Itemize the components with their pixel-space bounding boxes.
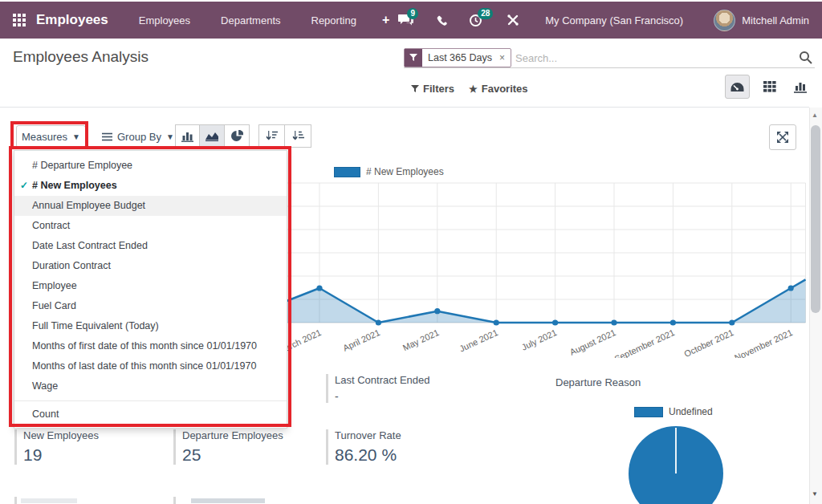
nav-menu-group: EmployeesDepartmentsReporting: [108, 14, 356, 26]
search-icon[interactable]: [799, 51, 812, 67]
apps-grid-icon[interactable]: [13, 14, 26, 27]
funnel-icon: [411, 85, 419, 93]
facet-value: Last 365 Days: [422, 49, 498, 67]
stat-departure-employees: Departure Employees 25: [173, 429, 283, 465]
page-title: Employees Analysis: [13, 48, 149, 66]
tools-icon[interactable]: [507, 14, 519, 26]
svg-text:October 2021: October 2021: [682, 327, 735, 358]
measures-dropdown-menu: # Departure Employee✓# New EmployeesAnnu…: [14, 150, 287, 429]
pie-chart-icon: [231, 130, 243, 142]
filter-facet-icon: [405, 49, 422, 67]
messages-badge: 9: [407, 8, 418, 19]
measures-menu-items: # Departure Employee✓# New EmployeesAnnu…: [14, 156, 287, 396]
app-name[interactable]: Employees: [36, 12, 108, 28]
sort-descending-button[interactable]: [258, 124, 285, 148]
menu-item[interactable]: ✓# New Employees: [14, 176, 287, 196]
view-switch-dashboard[interactable]: [725, 75, 750, 99]
menu-item[interactable]: Fuel Card: [14, 296, 287, 316]
svg-text:November 2021: November 2021: [733, 327, 794, 358]
company-switcher[interactable]: My Company (San Francisco): [545, 14, 683, 26]
clipped-stat-border: [173, 497, 176, 504]
stat-new-employees: New Employees 19: [14, 429, 99, 465]
menu-item[interactable]: # Departure Employee: [14, 156, 287, 176]
group-by-button[interactable]: Group By ▼: [97, 125, 179, 148]
nav-menu-departments[interactable]: Departments: [221, 14, 280, 26]
clipped-stat-border: [14, 497, 17, 504]
scroll-up-icon[interactable]: ▲: [812, 112, 818, 119]
view-switch-graph[interactable]: [787, 75, 812, 99]
gauge-icon: [730, 81, 744, 93]
activities-badge: 28: [478, 8, 493, 19]
search-facet: Last 365 Days ×: [404, 48, 511, 67]
area-chart-icon: [206, 131, 218, 141]
chart-type-pie-button[interactable]: [225, 124, 250, 148]
favorites-button[interactable]: ★ Favorites: [469, 83, 528, 95]
chart-type-group: [175, 124, 250, 148]
menu-item-count[interactable]: Count: [14, 404, 287, 425]
menu-item[interactable]: Employee: [14, 276, 287, 296]
sort-ascending-button[interactable]: [285, 124, 311, 148]
pie-slice-divider: [675, 428, 677, 474]
table-grid-icon: [763, 81, 776, 92]
chevron-down-icon: ▼: [166, 132, 174, 141]
stat-turnover-rate: Turnover Rate 86.20 %: [326, 429, 401, 465]
menu-item[interactable]: Months of first date of this month since…: [14, 336, 287, 356]
stat-last-contract-ended: Last Contract Ended -: [326, 374, 430, 403]
sort-desc-icon: [266, 131, 278, 141]
sort-asc-icon: [292, 131, 304, 141]
svg-text:April 2021: April 2021: [341, 327, 381, 353]
sort-group: [258, 124, 311, 148]
top-navbar: Employees EmployeesDepartmentsReporting …: [0, 2, 822, 39]
user-menu[interactable]: Mitchell Admin: [742, 14, 809, 26]
clipped-text: [191, 498, 265, 503]
chevron-down-icon: ▼: [72, 132, 80, 141]
menu-item[interactable]: Date Last Contract Ended: [14, 236, 287, 256]
menu-item[interactable]: Duration Contract: [14, 256, 287, 276]
view-switch-pivot[interactable]: [757, 75, 782, 99]
filters-button[interactable]: Filters: [411, 83, 454, 95]
hamburger-icon: [102, 132, 112, 141]
legend-label: Undefined: [669, 406, 713, 417]
search-input[interactable]: Search...: [515, 52, 557, 64]
star-icon: ★: [469, 83, 478, 95]
control-panel-divider: [0, 107, 809, 108]
menu-item[interactable]: Annual Employee Budget: [14, 196, 287, 216]
chart-type-bar-button[interactable]: [175, 124, 200, 148]
clipped-text: [21, 498, 77, 503]
menu-divider: [14, 400, 287, 401]
phone-icon[interactable]: [435, 14, 448, 26]
svg-text:August 2021: August 2021: [568, 327, 617, 357]
user-avatar[interactable]: [714, 10, 735, 31]
svg-text:May 2021: May 2021: [401, 327, 441, 352]
legend-swatch: [634, 407, 663, 417]
svg-text:September 2021: September 2021: [612, 327, 676, 358]
menu-item[interactable]: Contract: [14, 216, 287, 236]
menu-item[interactable]: Months of last date of this month since …: [14, 356, 287, 376]
measures-button[interactable]: Measures ▼: [16, 125, 86, 148]
pie-chart-legend[interactable]: Undefined: [634, 406, 713, 417]
chart-type-line-button[interactable]: [200, 124, 225, 148]
facet-remove-icon[interactable]: ×: [498, 49, 511, 67]
check-icon: ✓: [20, 176, 28, 196]
nav-plus-button[interactable]: +: [382, 13, 389, 27]
bar-chart-icon: [181, 131, 193, 142]
menu-item[interactable]: Wage: [14, 376, 287, 396]
expand-arrows-icon: [777, 132, 788, 143]
messages-icon[interactable]: 9: [398, 14, 414, 26]
app-window: Employees EmployeesDepartmentsReporting …: [0, 0, 822, 504]
fullscreen-button[interactable]: [769, 124, 796, 150]
nav-menu-reporting[interactable]: Reporting: [311, 14, 356, 26]
pie-chart-title: Departure Reason: [555, 376, 641, 388]
search-underline: [404, 67, 815, 68]
activities-clock-icon[interactable]: 28: [469, 14, 482, 27]
scroll-down-icon[interactable]: ▼: [812, 490, 818, 498]
svg-text:July 2021: July 2021: [520, 327, 559, 352]
nav-menu-employees[interactable]: Employees: [139, 14, 190, 26]
scrollbar-thumb[interactable]: [811, 125, 820, 313]
bar-chart-icon: [794, 81, 807, 93]
menu-item[interactable]: Full Time Equivalent (Today): [14, 316, 287, 336]
svg-text:June 2021: June 2021: [458, 327, 499, 354]
